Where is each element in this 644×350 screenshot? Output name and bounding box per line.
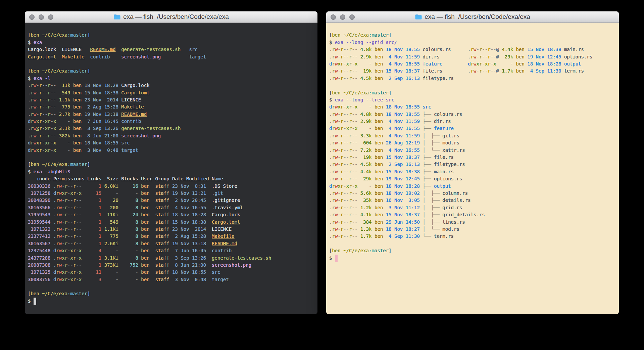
text-segment: r [332, 155, 335, 160]
text-segment: r [56, 255, 59, 261]
text-segment: r [341, 169, 343, 174]
text-segment [360, 176, 363, 181]
text-segment: 549 [62, 90, 70, 95]
text-segment [82, 277, 84, 282]
text-segment [104, 233, 110, 239]
terminal-screen-dark[interactable]: [ben ~/C/e/exa:master]$ exaCargo.lock LI… [25, 23, 317, 314]
terminal-line: .rw-r--r-- 1.1k ben 23 Nov 2014 LICENCE [28, 96, 317, 103]
text-segment [85, 262, 87, 268]
text-segment: 3.1 [59, 126, 67, 131]
titlebar[interactable]: exa — fish /Users/ben/Code/exa/exa [326, 11, 619, 23]
text-segment [372, 155, 375, 160]
text-segment: options.rs [434, 176, 462, 181]
text-segment [101, 233, 104, 239]
text-segment [357, 169, 360, 174]
text-segment: - [338, 112, 340, 117]
text-segment: r [332, 226, 335, 232]
text-segment [169, 176, 172, 181]
text-segment [169, 212, 172, 217]
text-segment: r [341, 147, 343, 153]
terminal-screen-light[interactable]: [ben ~/C/e/exa:master]$ exa --long --gri… [326, 23, 619, 314]
text-segment: 29 [505, 54, 510, 59]
text-segment: 2 Sep 16:13 [386, 76, 420, 81]
terminal-line: .rw-r--r-- 2.7k ben 19 Nov 13:18 README.… [28, 111, 317, 118]
text-segment: 4.8 [360, 112, 369, 117]
text-segment: r [31, 147, 33, 153]
text-segment [502, 61, 510, 67]
terminal-line: drwxr-xr-x - ben 3 Nov 0:48 target [28, 147, 317, 154]
terminal-line: [ben ~/C/e/exa:master] [329, 89, 619, 96]
text-segment: r [56, 226, 59, 232]
text-segment [357, 119, 360, 124]
text-segment: 384 [363, 219, 371, 225]
text-segment: - [62, 233, 64, 239]
text-segment: w [474, 61, 476, 67]
text-segment [50, 269, 53, 275]
text-segment [104, 219, 110, 225]
titlebar[interactable]: exa — fish /Users/ben/Code/exa/exa [25, 11, 317, 23]
text-segment: options.rs [564, 54, 592, 59]
text-segment [82, 241, 84, 246]
text-segment: r [332, 68, 335, 74]
terminal-line: .rw-r--r-- 29k ben 19 Nov 12:45 ├── opti… [329, 175, 619, 182]
text-segment: - [369, 126, 371, 131]
text-segment: :master [369, 90, 389, 95]
text-segment: - [76, 190, 79, 196]
text-segment: r [332, 119, 335, 124]
text-segment [82, 198, 84, 203]
text-segment: r [65, 219, 67, 225]
text-segment: -- [343, 54, 349, 59]
terminal-line: [ben ~/C/e/exa:master] [329, 32, 619, 39]
text-segment: w [59, 233, 62, 239]
text-segment: ben [516, 47, 525, 52]
text-segment: r [65, 212, 67, 217]
text-segment: -- [343, 169, 349, 174]
terminal-line: $ exa --long --grid src/ [329, 39, 619, 46]
terminal-line: .rw-r--r-- 3.3k ben 4 Nov 11:59 │ ├── gi… [329, 132, 619, 139]
terminal-line: 30163567 .rw-r--r-- 1 2.6Ki 8 ben staff … [28, 240, 317, 247]
text-segment: x [79, 248, 82, 253]
text-segment: ] [87, 291, 90, 296]
text-segment: k [369, 212, 371, 217]
text-segment: ben [141, 269, 152, 275]
text-segment: r [31, 104, 33, 110]
text-segment: r [39, 112, 42, 117]
text-segment: - [51, 126, 53, 131]
text-segment: r [56, 277, 59, 282]
terminal-line: 20087308 .rw-r--r-- 1 373Ki 752 ben staf… [28, 262, 317, 269]
text-segment: Cargo.toml [212, 219, 240, 225]
text-segment: contrib [121, 119, 141, 124]
text-segment: -- [352, 155, 357, 160]
text-segment: r [332, 61, 335, 67]
text-segment: lines.rs [442, 219, 465, 225]
text-segment: 4 Nov 11:59 [386, 133, 420, 138]
text-segment: generate-testcases.sh [121, 126, 181, 131]
text-segment: x [79, 269, 82, 275]
text-segment: r [341, 104, 343, 110]
text-segment: r [56, 190, 59, 196]
text-segment [360, 104, 369, 110]
text-segment: ben ~/C/e/exa [31, 162, 67, 167]
text-segment: r [332, 212, 335, 217]
text-segment: staff [155, 190, 169, 196]
text-segment: -- [482, 47, 488, 52]
text-segment: ] [87, 32, 90, 38]
text-segment [50, 226, 53, 232]
text-segment: r [341, 126, 343, 131]
text-segment: - [67, 248, 70, 253]
text-segment: -- [76, 219, 82, 225]
text-segment [383, 212, 386, 217]
text-segment [372, 47, 375, 52]
text-segment: x [79, 255, 82, 261]
text-segment: -- [343, 68, 349, 74]
text-segment [70, 140, 73, 145]
text-segment: - [42, 147, 45, 153]
text-segment [152, 269, 155, 275]
text-segment: main.rs [564, 47, 584, 52]
text-segment: 3 Nov 11:12 [386, 205, 420, 210]
text-segment: generate-testcases.sh [212, 255, 271, 261]
text-segment [372, 147, 375, 153]
text-segment: r [341, 212, 343, 217]
text-segment: details.rs [442, 198, 470, 203]
text-segment: │ ├── [423, 190, 442, 196]
